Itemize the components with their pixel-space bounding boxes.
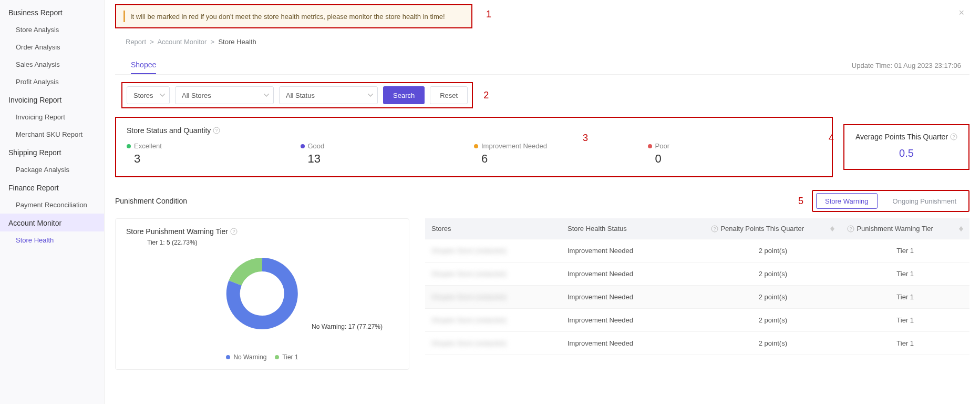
nav-head-invoicing-report[interactable]: Invoicing Report (0, 90, 104, 108)
table-row[interactable]: Shopee Store (redacted) Improvement Need… (425, 309, 969, 332)
avg-points-value: 0.5 (854, 147, 959, 159)
legend-no-warning: No Warning (233, 354, 266, 361)
table-row[interactable]: Shopee Store (redacted) Improvement Need… (425, 239, 969, 262)
toggle-ongoing-punishment[interactable]: Ongoing Punishment (884, 193, 965, 209)
svg-text:?: ? (233, 229, 235, 234)
filter-box: Stores All Stores All Status Search Rese… (121, 82, 473, 108)
nav-item-payment-reconciliation[interactable]: Payment Reconciliation (0, 196, 104, 214)
warning-table: Stores Store Health Status ? Penalty Poi… (425, 218, 969, 370)
chevron-down-icon (264, 94, 269, 97)
status-label-good: Good (308, 142, 325, 150)
avg-points-card: Average Points This Quarter ? 0.5 (843, 124, 969, 170)
breadcrumb-sep: > (150, 38, 154, 46)
sort-icon[interactable] (959, 226, 963, 231)
status-label-poor: Poor (655, 142, 669, 150)
donut-slice-tier1 (235, 265, 263, 283)
table-row[interactable]: Shopee Store (redacted) Improvement Need… (425, 286, 969, 309)
row-points: 2 point(s) (705, 262, 841, 286)
th-status: Store Health Status (568, 225, 627, 233)
table-row[interactable]: Shopee Store (redacted) Improvement Need… (425, 262, 969, 286)
nav-item-merchant-sku[interactable]: Merchant SKU Report (0, 126, 104, 143)
svg-text:?: ? (850, 226, 852, 231)
breadcrumb-account-monitor[interactable]: Account Monitor (157, 38, 207, 46)
status-select-label: All Status (286, 92, 315, 99)
table-row[interactable]: Shopee Store (redacted) Improvement Need… (425, 332, 969, 355)
nav-item-sales-analysis[interactable]: Sales Analysis (0, 56, 104, 73)
sidebar: Business Report Store Analysis Order Ana… (0, 0, 105, 404)
scope-select-label: Stores (133, 92, 153, 99)
row-points: 2 point(s) (705, 239, 841, 262)
donut-card: Store Punishment Warning Tier ? Tier 1: … (115, 218, 409, 370)
row-points: 2 point(s) (705, 286, 841, 309)
status-select[interactable]: All Status (279, 86, 378, 104)
punishment-toggle: Store Warning Ongoing Punishment (812, 190, 969, 212)
nav-item-package-analysis[interactable]: Package Analysis (0, 161, 104, 178)
help-icon[interactable]: ? (711, 225, 718, 233)
donut-title-text: Store Punishment Warning Tier (126, 227, 228, 236)
breadcrumb-current: Store Health (218, 38, 256, 46)
store-status-card: Store Status and Quantity ? Excellent 3 … (115, 117, 833, 177)
store-select[interactable]: All Stores (175, 86, 274, 104)
dot-icon (474, 144, 478, 148)
row-status: Improvement Needed (561, 286, 705, 309)
store-name: Shopee Store (redacted) (431, 247, 506, 255)
help-icon[interactable]: ? (230, 228, 238, 235)
breadcrumb-report[interactable]: Report (126, 38, 146, 46)
dot-icon (127, 144, 131, 148)
reset-button[interactable]: Reset (430, 86, 468, 104)
store-name: Shopee Store (redacted) (431, 316, 506, 324)
nav-item-store-analysis[interactable]: Store Analysis (0, 21, 104, 38)
platform-tab-row: Shopee Update Time: 01 Aug 2023 23:17:06 (115, 52, 969, 75)
row-tier: Tier 1 (841, 262, 969, 286)
status-label-improvement: Improvement Needed (481, 142, 547, 150)
nav-item-order-analysis[interactable]: Order Analysis (0, 38, 104, 56)
status-value-poor: 0 (648, 152, 822, 166)
row-tier: Tier 1 (841, 239, 969, 262)
search-button[interactable]: Search (383, 86, 425, 104)
donut-chart (220, 251, 304, 336)
toggle-store-warning[interactable]: Store Warning (816, 193, 878, 209)
help-icon[interactable]: ? (213, 127, 220, 134)
alert-banner: It will be marked in red if you don't me… (115, 4, 472, 28)
store-select-label: All Stores (182, 92, 211, 99)
store-name: Shopee Store (redacted) (431, 293, 506, 301)
row-tier: Tier 1 (841, 309, 969, 332)
scope-select[interactable]: Stores (127, 86, 170, 104)
row-points: 2 point(s) (705, 332, 841, 355)
nav-item-store-health[interactable]: Store Health (0, 231, 104, 249)
store-status-title: Store Status and Quantity (127, 126, 211, 135)
help-icon[interactable]: ? (950, 133, 957, 140)
donut-legend: No Warning Tier 1 (126, 354, 398, 361)
close-icon[interactable]: × (958, 7, 964, 18)
nav-head-shipping-report[interactable]: Shipping Report (0, 143, 104, 161)
status-value-good: 13 (301, 152, 474, 166)
annotation-3: 3 (583, 133, 588, 144)
nav-item-profit-analysis[interactable]: Profit Analysis (0, 73, 104, 90)
store-name: Shopee Store (redacted) (431, 339, 506, 347)
alert-text: It will be marked in red if you don't me… (130, 13, 445, 21)
status-value-excellent: 3 (127, 152, 301, 166)
help-icon[interactable]: ? (847, 225, 854, 233)
th-stores: Stores (431, 225, 451, 233)
th-points: Penalty Points This Quarter (720, 225, 804, 233)
svg-text:?: ? (714, 226, 716, 231)
svg-text:?: ? (215, 128, 218, 133)
annotation-5: 5 (798, 196, 803, 207)
nav-head-finance-report[interactable]: Finance Report (0, 178, 104, 196)
update-time-label: Update Time: 01 Aug 2023 23:17:06 (852, 62, 961, 69)
status-label-excellent: Excellent (134, 142, 162, 150)
main-content: It will be marked in red if you don't me… (105, 0, 980, 404)
annotation-1: 1 (486, 9, 491, 20)
donut-label-none: No Warning: 17 (77.27%) (312, 323, 383, 330)
row-status: Improvement Needed (561, 239, 705, 262)
nav-head-business-report[interactable]: Business Report (0, 3, 104, 21)
th-tier: Punishment Warning Tier (857, 225, 933, 233)
row-tier: Tier 1 (841, 332, 969, 355)
row-status: Improvement Needed (561, 309, 705, 332)
nav-item-invoicing-report[interactable]: Invoicing Report (0, 108, 104, 126)
nav-head-account-monitor[interactable]: Account Monitor (0, 214, 104, 231)
tab-shopee[interactable]: Shopee (131, 56, 156, 74)
sort-icon[interactable] (830, 226, 834, 231)
row-points: 2 point(s) (705, 309, 841, 332)
breadcrumb: Report > Account Monitor > Store Health (126, 38, 969, 46)
